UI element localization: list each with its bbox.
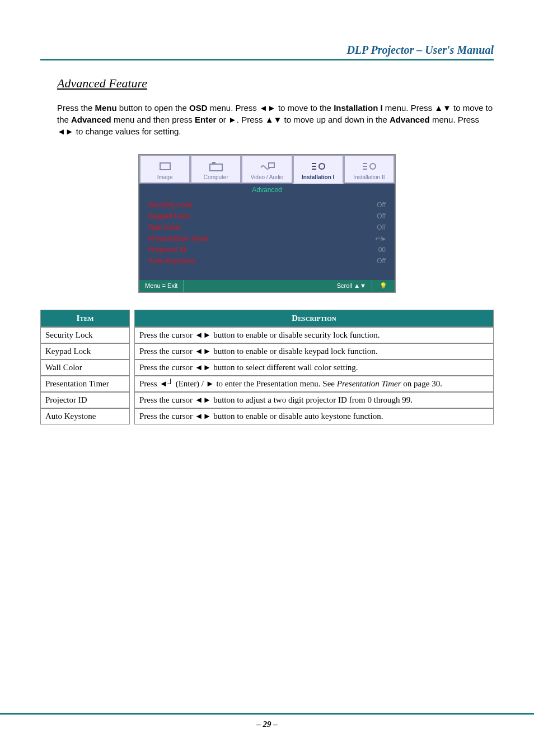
osd-row-key: Auto Keystone — [148, 257, 196, 265]
osd-row: Security LockOff — [148, 199, 386, 211]
osd-row-key: Security Lock — [148, 201, 193, 209]
osd-row-key: Keypad Lock — [148, 212, 190, 220]
tab-label: Video / Audio — [243, 174, 290, 180]
section-title: Advanced Feature — [57, 76, 494, 91]
table-cell-item: Auto Keystone — [40, 408, 130, 424]
table-cell-item: Wall Color — [40, 360, 130, 376]
page-footer: – 29 – — [0, 713, 534, 729]
header-title: DLP Projector – User's Manual — [346, 44, 494, 56]
osd-row: Wall ColorOff — [148, 222, 386, 233]
svg-rect-1 — [210, 164, 222, 171]
tab-label: Computer — [193, 174, 239, 180]
table-cell-desc: Press the cursor ◄► button to enable or … — [134, 408, 494, 424]
tab-icon — [193, 160, 239, 174]
table-cell-item: Keypad Lock — [40, 343, 130, 360]
tab-icon — [346, 160, 392, 174]
tab-icon — [295, 160, 341, 174]
osd-footer-right: Scroll ▲▼ — [331, 280, 372, 292]
osd-screenshot: ImageComputerVideo / AudioInstallation I… — [138, 154, 396, 293]
svg-rect-10 — [363, 169, 367, 170]
tab-label: Image — [142, 174, 188, 180]
svg-rect-3 — [269, 163, 274, 167]
svg-point-11 — [370, 164, 376, 169]
osd-tab-video-audio: Video / Audio — [241, 155, 292, 184]
description-table: Item Description Security LockPress the … — [40, 310, 494, 424]
table-row: Keypad LockPress the cursor ◄► button to… — [40, 343, 494, 360]
tab-icon — [243, 160, 290, 174]
svg-rect-0 — [160, 163, 170, 170]
osd-subtitle: Advanced — [139, 184, 395, 196]
table-row: Auto KeystonePress the cursor ◄► button … — [40, 408, 494, 424]
table-cell-desc: Press the cursor ◄► button to adjust a t… — [134, 392, 494, 408]
instructions-paragraph: Press the Menu button to open the OSD me… — [57, 102, 494, 137]
table-cell-item: Presentation Timer — [40, 376, 130, 392]
osd-row-value: Off — [377, 201, 386, 209]
table-cell-desc: Press the cursor ◄► button to enable or … — [134, 343, 494, 360]
osd-row-key: Presentation Timer — [148, 235, 209, 242]
osd-row-value: 00 — [378, 246, 386, 254]
table-row: Security LockPress the cursor ◄► button … — [40, 327, 494, 343]
osd-row-key: Projector ID — [148, 246, 186, 254]
osd-tab-image: Image — [139, 155, 190, 184]
osd-row-key: Wall Color — [148, 223, 181, 231]
osd-footer-left: Menu = Exit — [139, 280, 184, 292]
osd-row: Auto KeystoneOff — [148, 255, 386, 267]
osd-row-value: Off — [377, 257, 386, 265]
table-cell-desc: Press the cursor ◄► button to select dif… — [134, 360, 494, 376]
osd-footer: Menu = Exit Scroll ▲▼ 💡 — [139, 280, 395, 292]
svg-rect-9 — [363, 166, 367, 167]
osd-tab-installation-i: Installation I — [293, 155, 344, 184]
svg-rect-5 — [312, 166, 316, 167]
table-row: Projector IDPress the cursor ◄► button t… — [40, 392, 494, 408]
svg-rect-2 — [212, 162, 216, 164]
help-icon: 💡 — [372, 280, 395, 292]
osd-row-value: Off — [377, 223, 386, 231]
osd-body: Security LockOffKeypad LockOffWall Color… — [139, 196, 395, 280]
svg-rect-4 — [312, 163, 316, 164]
osd-row-value: Off — [377, 212, 386, 220]
tab-icon — [142, 160, 188, 174]
page-header: DLP Projector – User's Manual — [40, 44, 494, 60]
table-cell-desc: Press the cursor ◄► button to enable or … — [134, 327, 494, 343]
osd-tab-installation-ii: Installation II — [344, 155, 395, 184]
osd-row: Presentation Timer↵/▸ — [148, 233, 386, 244]
table-header-item: Item — [40, 310, 130, 327]
osd-tabs: ImageComputerVideo / AudioInstallation I… — [139, 155, 395, 184]
osd-row: Projector ID00 — [148, 244, 386, 255]
table-header-desc: Description — [134, 310, 494, 327]
svg-rect-8 — [363, 163, 367, 164]
svg-point-7 — [319, 164, 325, 169]
table-cell-item: Projector ID — [40, 392, 130, 408]
tab-label: Installation II — [346, 174, 392, 180]
osd-tab-computer: Computer — [190, 155, 241, 184]
table-row: Wall ColorPress the cursor ◄► button to … — [40, 360, 494, 376]
svg-rect-6 — [312, 169, 316, 170]
osd-row: Keypad LockOff — [148, 211, 386, 222]
page-number: – 29 – — [256, 720, 278, 729]
table-cell-item: Security Lock — [40, 327, 130, 343]
table-cell-desc: Press ◄┘ (Enter) / ► to enter the Presen… — [134, 376, 494, 392]
tab-label: Installation I — [295, 174, 341, 180]
table-row: Presentation TimerPress ◄┘ (Enter) / ► t… — [40, 376, 494, 392]
osd-row-value: ↵/▸ — [375, 235, 386, 242]
